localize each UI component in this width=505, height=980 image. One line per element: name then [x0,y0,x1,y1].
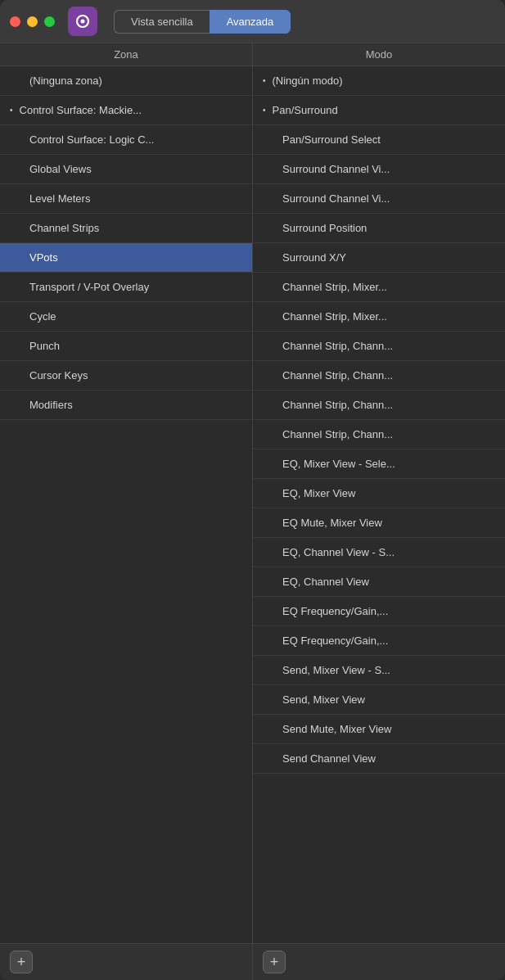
modo-item-label: Channel Strip, Chann... [282,399,393,411]
bullet-icon: • [263,106,266,115]
modo-list-item[interactable]: EQ Frequency/Gain,... [253,597,505,626]
zona-header: Zona [0,43,252,66]
modo-list-item[interactable]: Surround Channel Vi... [253,155,505,184]
modo-list-item[interactable]: •Pan/Surround [253,96,505,125]
zona-list-item[interactable]: Level Meters [0,184,252,214]
zona-item-label: Modifiers [29,399,73,411]
modo-list[interactable]: •(Ningún modo)•Pan/SurroundPan/Surround … [253,66,505,943]
add-modo-button[interactable]: + [263,951,286,973]
zona-item-label: Cycle [29,310,56,323]
modo-item-label: EQ Frequency/Gain,... [282,635,388,647]
zona-item-label: Global Views [29,163,92,175]
minimize-button[interactable] [27,16,38,27]
modo-item-label: EQ Frequency/Gain,... [282,605,388,617]
zona-item-label: Control Surface: Logic C... [29,133,154,146]
modo-list-item[interactable]: Channel Strip, Mixer... [253,273,505,302]
modo-item-label: Send Channel View [282,752,376,765]
bottom-bar: + + [0,943,505,980]
zona-list-item[interactable]: Cursor Keys [0,361,252,391]
tab-simple[interactable]: Vista sencilla [114,10,210,34]
add-zona-button[interactable]: + [10,951,33,973]
modo-item-label: Surround Channel Vi... [282,192,390,205]
modo-item-label: EQ, Mixer View [282,487,355,499]
bullet-icon: • [263,76,266,85]
traffic-lights [10,16,55,27]
zona-list-item[interactable]: VPots [0,243,252,273]
zona-item-label: Cursor Keys [29,369,88,382]
modo-item-label: Channel Strip, Chann... [282,369,393,382]
modo-header: Modo [253,43,505,66]
zona-list-item[interactable]: Control Surface: Logic C... [0,125,252,155]
modo-list-item[interactable]: Send, Mixer View [253,685,505,715]
view-tabs: Vista sencilla Avanzada [114,10,291,34]
modo-list-item[interactable]: EQ Frequency/Gain,... [253,626,505,656]
modo-bottom: + [253,944,505,980]
zona-list-item[interactable]: Modifiers [0,391,252,420]
modo-list-item[interactable]: EQ, Mixer View [253,479,505,508]
zona-list-item[interactable]: Cycle [0,302,252,332]
modo-item-label: Send, Mixer View - S... [282,664,390,676]
zona-list-item[interactable]: •Control Surface: Mackie... [0,96,252,125]
modo-item-label: Pan/Surround [273,104,338,116]
modo-list-item[interactable]: Channel Strip, Mixer... [253,302,505,332]
tab-advanced[interactable]: Avanzada [210,10,291,34]
zona-item-label: Control Surface: Mackie... [20,104,142,116]
zona-item-label: Transport / V-Pot Overlay [29,281,149,293]
modo-list-item[interactable]: •(Ningún modo) [253,66,505,96]
zona-item-label: (Ninguna zona) [29,75,102,87]
modo-item-label: Surround Channel Vi... [282,163,390,175]
modo-item-label: EQ, Mixer View - Sele... [282,458,395,470]
zona-list-item[interactable]: Transport / V-Pot Overlay [0,273,252,302]
modo-list-item[interactable]: Surround X/Y [253,243,505,273]
modo-item-label: EQ Mute, Mixer View [282,517,382,529]
app-logo [68,7,97,36]
modo-list-item[interactable]: EQ Mute, Mixer View [253,508,505,538]
modo-list-item[interactable]: Channel Strip, Chann... [253,391,505,420]
zona-list-item[interactable]: Channel Strips [0,214,252,243]
main-window: Vista sencilla Avanzada Zona (Ninguna zo… [0,0,505,980]
modo-item-label: Channel Strip, Chann... [282,340,393,352]
modo-list-item[interactable]: Pan/Surround Select [253,125,505,155]
zona-bottom: + [0,944,253,980]
zona-item-label: Channel Strips [29,222,99,234]
maximize-button[interactable] [44,16,55,27]
content-area: Zona (Ninguna zona)•Control Surface: Mac… [0,43,505,943]
modo-item-label: Channel Strip, Mixer... [282,281,387,293]
svg-point-0 [81,20,85,24]
modo-list-item[interactable]: EQ, Channel View [253,567,505,597]
modo-item-label: Send Mute, Mixer View [282,723,391,735]
modo-list-item[interactable]: Channel Strip, Chann... [253,361,505,391]
modo-item-label: Channel Strip, Chann... [282,428,393,440]
bullet-icon: • [10,106,13,115]
modo-list-item[interactable]: Send Channel View [253,744,505,774]
zona-item-label: Punch [29,340,60,352]
zona-item-label: VPots [29,251,58,264]
modo-list-item[interactable]: Surround Position [253,214,505,243]
modo-list-item[interactable]: Send, Mixer View - S... [253,656,505,685]
zona-list-item[interactable]: Global Views [0,155,252,184]
modo-list-item[interactable]: Send Mute, Mixer View [253,715,505,744]
modo-list-item[interactable]: EQ, Channel View - S... [253,538,505,567]
modo-list-item[interactable]: Surround Channel Vi... [253,184,505,214]
zona-list-item[interactable]: (Ninguna zona) [0,66,252,96]
zona-column: Zona (Ninguna zona)•Control Surface: Mac… [0,43,253,943]
title-bar: Vista sencilla Avanzada [0,0,505,43]
modo-item-label: EQ, Channel View - S... [282,546,395,558]
zona-list-item[interactable]: Punch [0,332,252,361]
modo-item-label: (Ningún modo) [273,75,343,87]
modo-item-label: Channel Strip, Mixer... [282,310,387,323]
modo-item-label: Send, Mixer View [282,693,365,706]
zona-item-label: Level Meters [29,192,90,205]
modo-list-item[interactable]: Channel Strip, Chann... [253,420,505,449]
modo-item-label: EQ, Channel View [282,576,369,588]
modo-item-label: Pan/Surround Select [282,133,381,146]
modo-column: Modo •(Ningún modo)•Pan/SurroundPan/Surr… [253,43,505,943]
modo-list-item[interactable]: EQ, Mixer View - Sele... [253,449,505,479]
zona-list[interactable]: (Ninguna zona)•Control Surface: Mackie..… [0,66,252,943]
close-button[interactable] [10,16,20,27]
modo-item-label: Surround Position [282,222,367,234]
modo-list-item[interactable]: Channel Strip, Chann... [253,332,505,361]
modo-item-label: Surround X/Y [282,251,346,264]
